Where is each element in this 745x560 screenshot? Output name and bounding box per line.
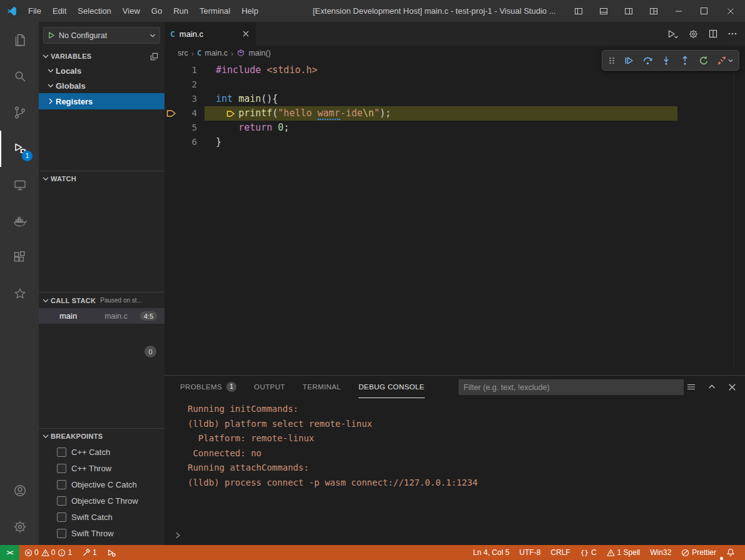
checkbox[interactable] (57, 464, 66, 473)
start-debug-icon[interactable] (46, 31, 56, 40)
breakpoint-row[interactable]: C++ Catch (39, 444, 165, 460)
disconnect-button[interactable] (713, 52, 737, 69)
checkbox[interactable] (57, 496, 66, 506)
tab-terminal[interactable]: TERMINAL (303, 376, 341, 398)
call-stack-section-header[interactable]: CALL STACK Paused on st... (39, 292, 165, 308)
breakpoint-gutter[interactable] (165, 92, 180, 106)
breakpoint-gutter[interactable] (165, 106, 180, 121)
activity-star[interactable] (0, 276, 39, 312)
breakpoint-row[interactable]: Swift Catch (39, 509, 165, 525)
breadcrumb-file[interactable]: main.c (205, 49, 228, 58)
breadcrumb-separator: › (191, 49, 194, 58)
code-area[interactable]: 1 #include <stdio.h> 2 3 int main(){ 4 (165, 61, 745, 149)
menu-view[interactable]: View (117, 0, 146, 22)
code-line[interactable]: 2 (165, 78, 745, 92)
activity-remote-explorer[interactable] (0, 167, 39, 203)
close-icon[interactable] (241, 29, 250, 38)
minimize-button[interactable] (666, 0, 691, 22)
breadcrumb-symbol[interactable]: main() (248, 49, 270, 58)
eol-indicator[interactable]: CRLF (545, 545, 575, 560)
variables-item-globals[interactable]: Globals (39, 78, 165, 93)
more-actions-icon[interactable] (727, 29, 737, 39)
breakpoint-gutter[interactable] (165, 63, 180, 78)
spell-checker-status[interactable]: 1 Spell (602, 545, 646, 560)
console-input-prompt[interactable] (174, 531, 182, 539)
code-line[interactable]: 5 return 0; (165, 121, 745, 135)
maximize-button[interactable] (691, 0, 716, 22)
variables-item-locals[interactable]: Locals (39, 63, 165, 78)
menu-run[interactable]: Run (168, 0, 194, 22)
breadcrumb-src[interactable]: src (178, 49, 188, 58)
tab-main-c[interactable]: C main.c (165, 22, 256, 46)
stack-frame-row[interactable]: main main.c 4:5 (39, 308, 165, 324)
code-line-current[interactable]: 4 printf("hello wamr-ide\n"); (165, 106, 745, 121)
activity-extensions[interactable] (0, 239, 39, 276)
activity-account[interactable] (0, 472, 39, 509)
maximize-panel-icon[interactable] (707, 382, 717, 392)
debug-config-dropdown[interactable]: No Configurat (43, 27, 160, 44)
language-mode[interactable]: {} C (575, 545, 602, 560)
formatter-status[interactable]: Prettier (676, 545, 721, 560)
menu-selection[interactable]: Selection (72, 0, 116, 22)
activity-docker[interactable] (0, 203, 39, 239)
close-panel-icon[interactable] (727, 382, 737, 392)
cursor-position[interactable]: Ln 4, Col 5 (468, 545, 514, 560)
run-or-debug-icon[interactable] (667, 29, 679, 39)
activity-source-control[interactable] (0, 94, 39, 131)
tasks-status[interactable]: 1 (77, 545, 102, 560)
variables-section-header[interactable]: VARIABLES (39, 49, 165, 63)
notifications-bell[interactable] (721, 545, 740, 560)
toggle-panel-icon[interactable] (591, 0, 616, 22)
toggle-sidebar-icon[interactable] (566, 0, 591, 22)
menu-edit[interactable]: Edit (47, 0, 72, 22)
continue-button[interactable] (619, 52, 638, 69)
notification-dot (720, 557, 723, 560)
checkbox[interactable] (57, 448, 66, 457)
menu-terminal[interactable]: Terminal (194, 0, 236, 22)
menu-help[interactable]: Help (236, 0, 264, 22)
close-window-button[interactable] (716, 0, 745, 22)
code-line[interactable]: 6 } (165, 135, 745, 149)
tab-debug-console[interactable]: DEBUG CONSOLE (358, 376, 425, 398)
console-options-icon[interactable] (686, 382, 696, 392)
activity-search[interactable] (0, 58, 39, 94)
problems-status[interactable]: 0 0 1 (19, 545, 77, 560)
restart-button[interactable] (694, 52, 713, 69)
remote-indicator[interactable]: >< (0, 545, 19, 560)
collapse-all-icon[interactable] (150, 52, 159, 61)
step-into-button[interactable] (657, 52, 676, 69)
breakpoint-gutter[interactable] (165, 121, 180, 135)
checkbox[interactable] (57, 512, 66, 522)
breakpoint-row[interactable]: Objective C Throw (39, 492, 165, 509)
gear-icon[interactable] (688, 29, 699, 39)
breakpoint-row[interactable]: C++ Throw (39, 460, 165, 476)
watch-section-header[interactable]: WATCH (39, 171, 165, 186)
breakpoints-section-header[interactable]: BREAKPOINTS (39, 429, 165, 444)
console-filter-input[interactable] (459, 379, 684, 395)
activity-run-and-debug[interactable]: 1 (0, 131, 39, 167)
toggle-secondary-sidebar-icon[interactable] (616, 0, 641, 22)
step-out-button[interactable] (676, 52, 694, 69)
checkbox[interactable] (57, 529, 66, 538)
breakpoint-row[interactable]: Swift Throw (39, 525, 165, 541)
breakpoint-row[interactable]: Objective C Catch (39, 476, 165, 492)
activity-settings[interactable] (0, 509, 39, 545)
encoding-indicator[interactable]: UTF-8 (514, 545, 545, 560)
customize-layout-icon[interactable] (641, 0, 666, 22)
activity-explorer[interactable] (0, 22, 39, 58)
split-editor-icon[interactable] (708, 29, 718, 39)
menu-go[interactable]: Go (146, 0, 168, 22)
tab-output[interactable]: OUTPUT (254, 376, 285, 398)
code-editor[interactable]: 1 #include <stdio.h> 2 3 int main(){ 4 (165, 61, 745, 375)
platform-indicator[interactable]: Win32 (645, 545, 676, 560)
menu-file[interactable]: File (23, 0, 47, 22)
breakpoint-gutter[interactable] (165, 135, 180, 149)
debug-status[interactable] (102, 545, 121, 560)
code-line[interactable]: 3 int main(){ (165, 92, 745, 106)
tab-problems[interactable]: PROBLEMS 1 (180, 376, 236, 398)
breakpoint-gutter[interactable] (165, 78, 180, 92)
step-over-button[interactable] (638, 52, 657, 69)
drag-handle[interactable] (604, 52, 619, 69)
variables-item-registers[interactable]: Registers (39, 93, 165, 109)
checkbox[interactable] (57, 480, 66, 489)
